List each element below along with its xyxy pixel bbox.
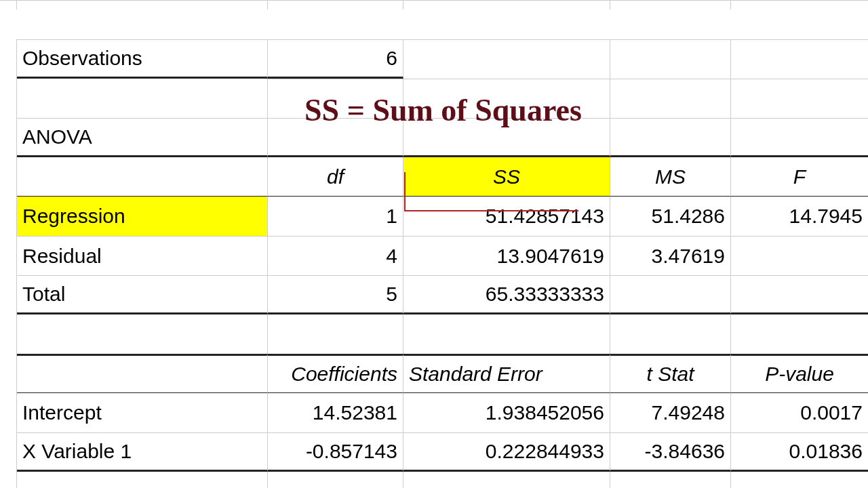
row-edge xyxy=(0,118,17,157)
residual-label[interactable]: Residual xyxy=(17,236,268,275)
total-ss[interactable]: 65.33333333 xyxy=(403,275,610,314)
cell-blank[interactable] xyxy=(17,0,268,9)
row-edge xyxy=(0,0,17,9)
cell-blank[interactable] xyxy=(268,79,403,118)
xvar1-p[interactable]: 0.01836 xyxy=(731,432,868,472)
anova-header-f[interactable]: F xyxy=(731,157,868,197)
anova-header-df[interactable]: df xyxy=(268,157,403,197)
coef-header-p[interactable]: P-value xyxy=(731,354,868,393)
residual-ss[interactable]: 13.9047619 xyxy=(403,236,610,275)
intercept-label[interactable]: Intercept xyxy=(17,393,268,432)
row-edge xyxy=(0,354,17,393)
cell-blank[interactable] xyxy=(17,354,268,393)
cell-blank[interactable] xyxy=(610,472,731,488)
cell-blank[interactable] xyxy=(268,472,403,488)
residual-ms[interactable]: 3.47619 xyxy=(610,236,731,275)
cell-blank[interactable] xyxy=(403,39,610,79)
row-edge xyxy=(0,39,17,79)
xvar1-label[interactable]: X Variable 1 xyxy=(17,432,268,472)
cell-blank[interactable] xyxy=(610,314,731,354)
total-f[interactable] xyxy=(731,275,868,314)
row-edge xyxy=(0,236,17,275)
intercept-se[interactable]: 1.938452056 xyxy=(403,393,610,432)
row-edge xyxy=(0,275,17,314)
cell-blank[interactable] xyxy=(403,0,610,9)
cell-blank[interactable] xyxy=(268,0,403,9)
total-ms[interactable] xyxy=(610,275,731,314)
row-edge xyxy=(0,432,17,472)
cell-blank[interactable] xyxy=(268,118,403,157)
residual-f[interactable] xyxy=(731,236,868,275)
coef-header-coefficients[interactable]: Coefficients xyxy=(268,354,403,393)
total-df[interactable]: 5 xyxy=(268,275,403,314)
cell-blank[interactable] xyxy=(731,472,868,488)
regression-label[interactable]: Regression xyxy=(17,197,268,236)
regression-ss[interactable]: 51.42857143 xyxy=(403,197,610,236)
cell-blank[interactable] xyxy=(610,79,731,118)
anova-header-ms[interactable]: MS xyxy=(610,157,731,197)
cell-blank[interactable] xyxy=(403,79,610,118)
xvar1-coef[interactable]: -0.857143 xyxy=(268,432,403,472)
cell-blank[interactable] xyxy=(610,0,731,9)
coef-header-se[interactable]: Standard Error xyxy=(403,354,610,393)
cell-blank[interactable] xyxy=(610,118,731,157)
residual-df[interactable]: 4 xyxy=(268,236,403,275)
row-edge xyxy=(0,197,17,236)
cell-blank[interactable] xyxy=(17,314,268,354)
regression-ms[interactable]: 51.4286 xyxy=(610,197,731,236)
row-edge xyxy=(0,79,17,118)
cell-blank[interactable] xyxy=(17,157,268,197)
anova-label[interactable]: ANOVA xyxy=(17,118,268,157)
cell-blank[interactable] xyxy=(268,314,403,354)
cell-blank[interactable] xyxy=(731,0,868,9)
row-edge xyxy=(0,393,17,432)
cell-blank[interactable] xyxy=(731,314,868,354)
observations-value[interactable]: 6 xyxy=(268,39,403,79)
regression-f[interactable]: 14.7945 xyxy=(731,197,868,236)
cell-blank[interactable] xyxy=(610,39,731,79)
row-edge xyxy=(0,314,17,354)
total-label[interactable]: Total xyxy=(17,275,268,314)
intercept-coef[interactable]: 14.52381 xyxy=(268,393,403,432)
intercept-p[interactable]: 0.0017 xyxy=(731,393,868,432)
row-edge xyxy=(0,472,17,488)
cell-blank[interactable] xyxy=(403,472,610,488)
cell-blank[interactable] xyxy=(17,472,268,488)
cell-blank[interactable] xyxy=(731,118,868,157)
cell-blank[interactable] xyxy=(403,314,610,354)
cell-blank[interactable] xyxy=(403,118,610,157)
row-edge xyxy=(0,157,17,197)
xvar1-t[interactable]: -3.84636 xyxy=(610,432,731,472)
intercept-t[interactable]: 7.49248 xyxy=(610,393,731,432)
xvar1-se[interactable]: 0.222844933 xyxy=(403,432,610,472)
anova-header-ss[interactable]: SS xyxy=(403,157,610,197)
observations-label[interactable]: Observations xyxy=(17,39,268,79)
cell-blank[interactable] xyxy=(17,79,268,118)
cell-blank[interactable] xyxy=(731,39,868,79)
spreadsheet: Observations 6 ANOVA df SS MS F Regressi… xyxy=(0,0,868,488)
regression-df[interactable]: 1 xyxy=(268,197,403,236)
coef-header-t[interactable]: t Stat xyxy=(610,354,731,393)
cell-blank[interactable] xyxy=(731,79,868,118)
